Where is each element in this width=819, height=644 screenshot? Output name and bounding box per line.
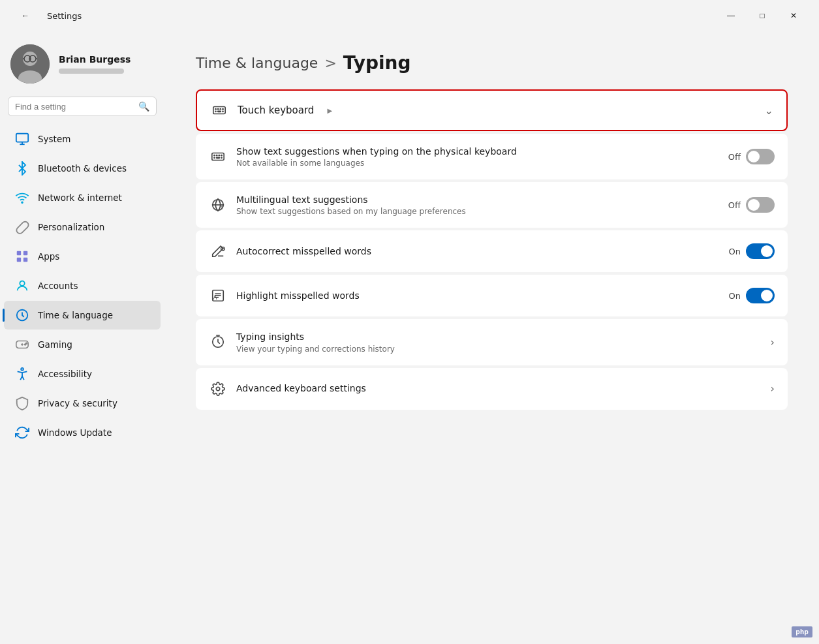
sidebar-label-apps: Apps bbox=[38, 251, 59, 262]
close-button[interactable]: ✕ bbox=[779, 5, 809, 26]
settings-container: Touch keyboard▶⌄Show text suggestions wh… bbox=[196, 89, 788, 410]
breadcrumb: Time & language > Typing bbox=[196, 52, 788, 74]
sidebar-item-time-language[interactable]: Time & language bbox=[4, 301, 161, 330]
search-box[interactable]: 🔍 bbox=[8, 97, 157, 116]
svg-rect-15 bbox=[23, 258, 27, 262]
setting-desc-typing-insights: View your typing and corrections history bbox=[236, 345, 771, 354]
system-icon bbox=[14, 131, 30, 147]
sidebar-label-accessibility: Accessibility bbox=[38, 369, 92, 379]
maximize-button[interactable]: □ bbox=[747, 5, 777, 26]
apps-icon bbox=[14, 249, 30, 264]
toggle-autocorrect[interactable] bbox=[746, 243, 775, 259]
user-profile: Brian Burgess bbox=[0, 39, 164, 97]
setting-title-advanced-keyboard: Advanced keyboard settings bbox=[236, 382, 771, 394]
svg-point-22 bbox=[26, 343, 27, 344]
autocorrect-icon bbox=[209, 242, 227, 260]
user-bar-decoration bbox=[59, 69, 124, 74]
setting-row-advanced-keyboard[interactable]: Advanced keyboard settings› bbox=[196, 368, 788, 410]
page-header: Time & language > Typing bbox=[196, 52, 788, 74]
setting-title-highlight-misspelled: Highlight misspelled words bbox=[236, 290, 729, 301]
setting-desc-multilingual-suggestions: Show text suggestions based on my langua… bbox=[236, 207, 728, 216]
sidebar-item-apps[interactable]: Apps bbox=[4, 242, 161, 271]
sidebar: Brian Burgess 🔍 SystemBluetooth & device… bbox=[0, 31, 164, 644]
title-bar: ← Settings — □ ✕ bbox=[0, 0, 819, 31]
setting-row-multilingual-suggestions: TMultilingual text suggestionsShow text … bbox=[196, 182, 788, 228]
setting-title-typing-insights: Typing insights bbox=[236, 331, 771, 343]
setting-row-autocorrect: Autocorrect misspelled wordsOn bbox=[196, 230, 788, 272]
sidebar-item-personalization[interactable]: Personalization bbox=[4, 213, 161, 241]
search-input[interactable] bbox=[15, 102, 133, 112]
svg-text:A: A bbox=[213, 295, 217, 301]
svg-rect-32 bbox=[212, 153, 224, 161]
page-title: Typing bbox=[343, 52, 411, 74]
sidebar-label-privacy-security: Privacy & security bbox=[38, 398, 117, 408]
sidebar-nav: SystemBluetooth & devicesNetwork & inter… bbox=[0, 124, 164, 448]
setting-status-autocorrect: On bbox=[729, 247, 741, 256]
sidebar-item-bluetooth[interactable]: Bluetooth & devices bbox=[4, 154, 161, 183]
user-info: Brian Burgess bbox=[59, 54, 131, 74]
user-name: Brian Burgess bbox=[59, 54, 131, 65]
toggle-knob bbox=[761, 245, 773, 257]
toggle-knob bbox=[748, 199, 760, 211]
accessibility-icon bbox=[14, 366, 30, 382]
sidebar-label-windows-update: Windows Update bbox=[38, 427, 112, 438]
setting-desc-text-suggestions: Not available in some languages bbox=[236, 159, 728, 168]
sidebar-item-windows-update[interactable]: Windows Update bbox=[4, 418, 161, 447]
keyboard-icon bbox=[210, 101, 228, 119]
toggle-multilingual-suggestions[interactable] bbox=[746, 197, 775, 213]
card-header-touch-keyboard[interactable]: Touch keyboard▶⌄ bbox=[197, 91, 786, 130]
back-button[interactable]: ← bbox=[10, 5, 40, 26]
toggle-text-suggestions[interactable] bbox=[746, 149, 775, 164]
window-controls: — □ ✕ bbox=[716, 5, 809, 26]
svg-text:T: T bbox=[220, 206, 224, 211]
sidebar-label-time-language: Time & language bbox=[38, 310, 113, 320]
time-icon bbox=[14, 307, 30, 323]
app-title: Settings bbox=[47, 11, 82, 21]
highlight-icon: A bbox=[209, 286, 227, 305]
update-icon bbox=[14, 425, 30, 440]
sidebar-item-network[interactable]: Network & internet bbox=[4, 183, 161, 212]
keyboard-icon bbox=[209, 147, 227, 166]
sidebar-item-accessibility[interactable]: Accessibility bbox=[4, 360, 161, 388]
svg-point-50 bbox=[216, 387, 220, 391]
search-icon: 🔍 bbox=[138, 101, 149, 112]
svg-rect-8 bbox=[16, 134, 28, 142]
setting-row-highlight-misspelled: AHighlight misspelled wordsOn bbox=[196, 275, 788, 316]
chevron-right-icon: › bbox=[771, 336, 775, 348]
svg-point-23 bbox=[21, 368, 23, 371]
bluetooth-icon bbox=[14, 161, 30, 176]
sidebar-label-accounts: Accounts bbox=[38, 281, 78, 291]
svg-rect-13 bbox=[23, 251, 27, 255]
card-touch-keyboard: Touch keyboard▶⌄ bbox=[196, 89, 788, 131]
setting-status-text-suggestions: Off bbox=[728, 152, 741, 162]
accounts-icon bbox=[14, 278, 30, 294]
app-content: Brian Burgess 🔍 SystemBluetooth & device… bbox=[0, 31, 819, 644]
setting-status-highlight-misspelled: On bbox=[729, 291, 741, 301]
svg-rect-12 bbox=[17, 251, 21, 255]
sidebar-item-accounts[interactable]: Accounts bbox=[4, 271, 161, 300]
sidebar-label-system: System bbox=[38, 134, 70, 144]
minimize-button[interactable]: — bbox=[716, 5, 746, 26]
title-bar-left: ← Settings bbox=[10, 5, 716, 26]
setting-title-text-suggestions: Show text suggestions when typing on the… bbox=[236, 146, 728, 157]
toggle-highlight-misspelled[interactable] bbox=[746, 288, 775, 303]
setting-title-autocorrect: Autocorrect misspelled words bbox=[236, 245, 729, 257]
mouse-cursor: ▶ bbox=[327, 107, 332, 114]
card-title-touch-keyboard: Touch keyboard bbox=[238, 104, 314, 116]
avatar bbox=[10, 44, 50, 84]
setting-row-typing-insights[interactable]: Typing insightsView your typing and corr… bbox=[196, 319, 788, 365]
toggle-knob bbox=[748, 151, 760, 162]
setting-status-multilingual-suggestions: Off bbox=[728, 200, 741, 210]
chevron-down-icon: ⌄ bbox=[765, 104, 773, 117]
gear-icon bbox=[209, 380, 227, 398]
breadcrumb-parent: Time & language bbox=[196, 55, 318, 71]
sidebar-item-system[interactable]: System bbox=[4, 125, 161, 153]
chevron-right-icon: › bbox=[771, 382, 775, 395]
sidebar-item-gaming[interactable]: Gaming bbox=[4, 330, 161, 359]
shield-icon bbox=[14, 395, 30, 411]
sidebar-item-privacy-security[interactable]: Privacy & security bbox=[4, 389, 161, 418]
breadcrumb-separator: > bbox=[324, 55, 336, 71]
setting-row-text-suggestions: Show text suggestions when typing on the… bbox=[196, 134, 788, 179]
network-icon bbox=[14, 190, 30, 206]
svg-point-16 bbox=[20, 281, 24, 286]
